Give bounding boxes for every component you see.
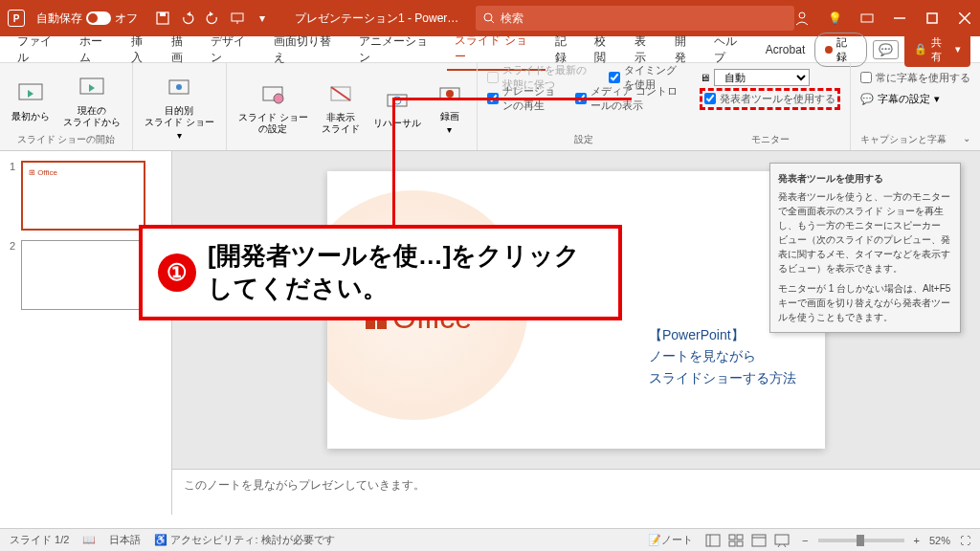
thumbnail-2[interactable] bbox=[21, 240, 145, 310]
instruction-callout: ① [開発者ツールを使…]をクリックしてください。 bbox=[139, 225, 622, 320]
svg-point-4 bbox=[484, 13, 492, 21]
group-label-monitor: モニター bbox=[700, 133, 840, 146]
slide-counter: スライド 1/2 bbox=[10, 533, 69, 547]
lightbulb-icon[interactable]: 💡 bbox=[827, 11, 842, 26]
spellcheck-icon[interactable]: 📖 bbox=[82, 534, 96, 546]
ribbon-options-icon[interactable] bbox=[859, 11, 875, 26]
statusbar: スライド 1/2 📖 日本語 ♿ アクセシビリティ: 検討が必要です 📝ノート … bbox=[0, 528, 980, 551]
callout-text: [開発者ツールを使…]をクリックしてください。 bbox=[208, 240, 603, 305]
present-icon[interactable] bbox=[230, 11, 245, 26]
zoom-out-icon[interactable]: − bbox=[802, 535, 808, 546]
callout-connector bbox=[392, 98, 632, 100]
notes-toggle[interactable]: 📝ノート bbox=[648, 533, 693, 547]
svg-point-6 bbox=[799, 12, 805, 18]
accessibility-status[interactable]: ♿ アクセシビリティ: 検討が必要です bbox=[154, 533, 334, 547]
record-slideshow-button[interactable]: 録画▾ bbox=[431, 67, 469, 146]
account-icon[interactable] bbox=[794, 11, 810, 26]
svg-rect-30 bbox=[752, 535, 766, 546]
maximize-icon[interactable] bbox=[924, 11, 940, 26]
search-icon bbox=[483, 12, 495, 24]
language-status[interactable]: 日本語 bbox=[109, 533, 141, 547]
svg-point-15 bbox=[176, 84, 182, 90]
slide-title-text: 【PowerPoint】 ノートを見ながら スライドショーする方法 bbox=[649, 324, 796, 388]
search-input[interactable]: 検索 bbox=[476, 6, 794, 31]
svg-line-19 bbox=[331, 87, 350, 100]
share-button[interactable]: 🔒 共有 ▾ bbox=[904, 33, 970, 67]
chevron-down-icon[interactable]: ⌄ bbox=[963, 133, 970, 146]
ribbon-tabs: ファイル ホーム 挿入 描画 デザイン 画面切り替え アニメーション スライド … bbox=[0, 36, 980, 63]
svg-rect-27 bbox=[737, 535, 743, 540]
svg-rect-29 bbox=[737, 541, 743, 546]
presenter-tooltip: 発表者ツールを使用する 発表者ツールを使うと、一方のモニターで全画面表示のスライ… bbox=[769, 163, 961, 333]
normal-view-icon[interactable] bbox=[702, 532, 724, 549]
svg-rect-1 bbox=[160, 12, 166, 16]
presenter-view-checkbox[interactable]: 発表者ツールを使用する bbox=[704, 92, 835, 106]
ribbon: 最初から 現在の スライドから スライド ショーの開始 目的別 スライド ショー… bbox=[0, 63, 980, 151]
thumb-number: 2 bbox=[10, 240, 15, 310]
window-title: プレゼンテーション1 - Power… bbox=[295, 11, 458, 27]
monitor-icon: 🖥 bbox=[700, 72, 710, 83]
svg-rect-26 bbox=[729, 535, 735, 540]
group-label-captions: キャプションと字幕 bbox=[860, 133, 947, 146]
hide-slide-button[interactable]: 非表示 スライド bbox=[318, 67, 364, 146]
callout-number: ① bbox=[158, 253, 196, 292]
zoom-level[interactable]: 52% bbox=[929, 535, 950, 546]
svg-rect-2 bbox=[232, 13, 243, 21]
svg-rect-32 bbox=[775, 535, 789, 544]
sorter-view-icon[interactable] bbox=[725, 532, 746, 549]
slide-thumbnails: 1 ⊞ Office 2 bbox=[0, 151, 172, 515]
undo-icon[interactable] bbox=[180, 11, 195, 26]
close-icon[interactable] bbox=[957, 11, 972, 26]
save-icon[interactable] bbox=[155, 11, 170, 26]
zoom-slider[interactable] bbox=[818, 539, 904, 542]
monitor-select[interactable]: 自動 bbox=[714, 69, 810, 86]
notes-pane[interactable]: このノートを見ながらプレゼンしていきます。 bbox=[172, 469, 980, 515]
setup-slideshow-button[interactable]: スライド ショー の設定 bbox=[234, 67, 312, 146]
redo-icon[interactable] bbox=[205, 11, 220, 26]
svg-line-5 bbox=[491, 20, 494, 23]
callout-connector bbox=[392, 98, 395, 233]
rehearse-button[interactable]: リハーサル bbox=[369, 67, 425, 146]
reading-view-icon[interactable] bbox=[748, 532, 769, 549]
svg-rect-7 bbox=[861, 14, 873, 22]
comments-icon[interactable]: 💬 bbox=[873, 40, 899, 59]
svg-rect-28 bbox=[729, 541, 735, 546]
record-button[interactable]: 記録 bbox=[814, 33, 867, 67]
group-label-start: スライド ショーの開始 bbox=[8, 133, 124, 146]
from-current-button[interactable]: 現在の スライドから bbox=[59, 67, 124, 133]
thumb-number: 1 bbox=[10, 161, 15, 231]
qat-more-icon[interactable]: ▾ bbox=[255, 11, 270, 26]
from-beginning-button[interactable]: 最初から bbox=[8, 67, 54, 133]
custom-slideshow-button[interactable]: 目的別 スライド ショー▾ bbox=[141, 67, 218, 146]
subtitle-settings-button[interactable]: 💬字幕の設定 ▾ bbox=[860, 88, 970, 109]
group-label-settings: 設定 bbox=[487, 133, 680, 146]
svg-point-17 bbox=[274, 94, 283, 103]
slideshow-view-icon[interactable] bbox=[771, 532, 792, 549]
thumbnail-1[interactable]: ⊞ Office bbox=[21, 161, 145, 231]
svg-point-23 bbox=[446, 90, 454, 98]
app-icon: P bbox=[8, 10, 25, 27]
tab-acrobat[interactable]: Acrobat bbox=[758, 39, 813, 60]
always-subtitle-checkbox[interactable]: 常に字幕を使用する bbox=[860, 71, 970, 85]
minimize-icon[interactable] bbox=[892, 11, 907, 26]
zoom-in-icon[interactable]: + bbox=[914, 535, 920, 546]
svg-rect-9 bbox=[927, 13, 937, 23]
autosave-toggle[interactable]: 自動保存 オフ bbox=[36, 11, 138, 27]
fit-window-icon[interactable]: ⛶ bbox=[960, 535, 970, 546]
svg-rect-24 bbox=[706, 535, 720, 546]
